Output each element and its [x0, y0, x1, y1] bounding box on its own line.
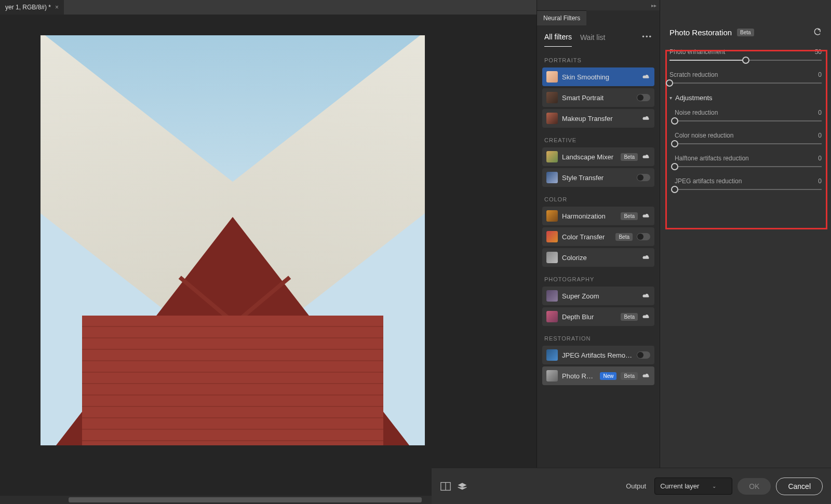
cloud-download-icon[interactable] — [642, 213, 650, 219]
filter-label: Skin Smoothing — [562, 73, 638, 81]
filter-label: Depth Blur — [562, 313, 616, 321]
filter-thumb-icon — [546, 172, 558, 183]
new-badge: New — [600, 372, 616, 380]
settings-title: Photo Restoration — [669, 28, 732, 37]
slider-value: 0 — [818, 178, 822, 185]
slider-noise-reduction[interactable]: Noise reduction 0 — [675, 109, 822, 121]
filter-thumb-icon — [546, 252, 558, 263]
slider-label: Scratch reduction — [669, 71, 718, 78]
cloud-download-icon[interactable] — [642, 254, 650, 261]
chevron-down-icon: ⌄ — [712, 483, 716, 489]
filter-thumb-icon — [546, 370, 558, 382]
beta-badge: Beta — [621, 212, 638, 220]
filter-thumb-icon — [546, 92, 558, 103]
filter-harmonization[interactable]: Harmonization Beta — [542, 207, 654, 225]
adjustments-label: Adjustments — [675, 94, 713, 102]
filter-thumb-icon — [546, 210, 558, 222]
slider-jpeg-artifacts-reduction[interactable]: JPEG artifacts reduction 0 — [675, 178, 822, 190]
section-title-color: COLOR — [542, 189, 654, 207]
reset-icon[interactable] — [812, 28, 822, 37]
filter-label: Photo Res... — [562, 372, 596, 380]
filter-thumb-icon — [546, 231, 558, 242]
neural-filters-panel: ▸▸ Neural Filters All filters Wait list … — [537, 0, 660, 504]
section-title-creative: CREATIVE — [542, 130, 654, 147]
neural-filters-tab[interactable]: Neural Filters — [537, 10, 586, 25]
slider-value: 0 — [818, 155, 822, 162]
filter-colorize[interactable]: Colorize — [542, 248, 654, 267]
preview-split-icon[interactable] — [440, 481, 451, 492]
cloud-download-icon[interactable] — [642, 154, 650, 160]
document-tab-title: yer 1, RGB/8#) * — [5, 4, 51, 11]
slider-halftone-reduction[interactable]: Halftone artifacts reduction 0 — [675, 155, 822, 167]
slider-photo-enhancement[interactable]: Photo enhancement 50 — [669, 48, 822, 61]
filter-toggle[interactable] — [637, 351, 650, 359]
filter-label: Style Transfer — [562, 174, 633, 182]
filter-label: Harmonization — [562, 212, 616, 220]
slider-value: 0 — [818, 71, 822, 78]
filter-super-zoom[interactable]: Super Zoom — [542, 287, 654, 305]
filter-landscape-mixer[interactable]: Landscape Mixer Beta — [542, 147, 654, 166]
filter-style-transfer[interactable]: Style Transfer — [542, 168, 654, 187]
filter-jpeg-artifacts-removal[interactable]: JPEG Artifacts Removal — [542, 346, 654, 364]
filter-thumb-icon — [546, 311, 558, 322]
slider-value: 0 — [818, 109, 822, 116]
slider-color-noise-reduction[interactable]: Color noise reduction 0 — [675, 132, 822, 144]
cloud-download-icon[interactable] — [642, 373, 650, 379]
cloud-download-icon[interactable] — [642, 314, 650, 320]
layers-icon[interactable] — [457, 481, 468, 492]
beta-badge: Beta — [737, 29, 754, 36]
tab-wait-list[interactable]: Wait list — [580, 33, 605, 47]
more-icon[interactable]: ••• — [642, 33, 652, 40]
filter-photo-restoration[interactable]: Photo Res... New Beta — [542, 366, 654, 385]
cloud-download-icon[interactable] — [642, 115, 650, 121]
ok-button[interactable]: OK — [738, 478, 771, 495]
filter-label: Color Transfer — [562, 233, 611, 241]
slider-value: 0 — [818, 132, 822, 139]
beta-badge: Beta — [621, 372, 638, 380]
adjustments-toggle[interactable]: ▾ Adjustments — [669, 94, 822, 102]
filter-color-transfer[interactable]: Color Transfer Beta — [542, 227, 654, 246]
output-value: Current layer — [660, 482, 699, 490]
filter-makeup-transfer[interactable]: Makeup Transfer — [542, 109, 654, 128]
tab-all-filters[interactable]: All filters — [544, 33, 572, 47]
document-image — [41, 35, 425, 445]
filter-thumb-icon — [546, 113, 558, 124]
beta-badge: Beta — [615, 233, 633, 241]
slider-label: Noise reduction — [675, 109, 718, 116]
document-tab[interactable]: yer 1, RGB/8#) * × — [0, 0, 64, 15]
chevron-down-icon: ▾ — [669, 95, 672, 101]
filter-depth-blur[interactable]: Depth Blur Beta — [542, 307, 654, 326]
slider-label: Color noise reduction — [675, 132, 733, 139]
filter-settings-panel: Photo Restoration Beta Photo enhancement… — [660, 0, 831, 504]
document-tab-bar: yer 1, RGB/8#) * × — [0, 0, 537, 15]
section-title-portraits: PORTRAITS — [542, 50, 654, 67]
settings-header: Photo Restoration Beta — [660, 19, 831, 44]
filter-smart-portrait[interactable]: Smart Portrait — [542, 88, 654, 107]
collapse-icon[interactable]: ▸▸ — [651, 3, 660, 8]
cloud-download-icon[interactable] — [642, 293, 650, 299]
slider-label: Halftone artifacts reduction — [675, 155, 749, 162]
slider-label: Photo enhancement — [669, 48, 725, 56]
slider-value: 50 — [815, 48, 822, 56]
filter-subtabs: All filters Wait list ••• — [537, 25, 660, 47]
filter-label: Landscape Mixer — [562, 153, 616, 161]
output-select[interactable]: Current layer ⌄ — [654, 478, 732, 495]
cancel-button[interactable]: Cancel — [776, 478, 823, 495]
filter-label: Colorize — [562, 254, 638, 262]
close-icon[interactable]: × — [55, 4, 59, 11]
filter-skin-smoothing[interactable]: Skin Smoothing — [542, 67, 654, 86]
filter-label: JPEG Artifacts Removal — [562, 351, 633, 359]
canvas-viewport[interactable] — [0, 15, 537, 496]
section-title-restoration: RESTORATION — [542, 328, 654, 346]
filter-label: Makeup Transfer — [562, 115, 638, 122]
filter-thumb-icon — [546, 349, 558, 361]
canvas-area: yer 1, RGB/8#) * × — [0, 0, 537, 504]
filter-toggle[interactable] — [637, 174, 650, 181]
filter-toggle[interactable] — [637, 94, 650, 101]
slider-scratch-reduction[interactable]: Scratch reduction 0 — [669, 71, 822, 84]
filter-thumb-icon — [546, 151, 558, 162]
filter-toggle[interactable] — [637, 233, 650, 240]
beta-badge: Beta — [621, 313, 638, 321]
cloud-download-icon[interactable] — [642, 74, 650, 80]
filter-thumb-icon — [546, 290, 558, 302]
